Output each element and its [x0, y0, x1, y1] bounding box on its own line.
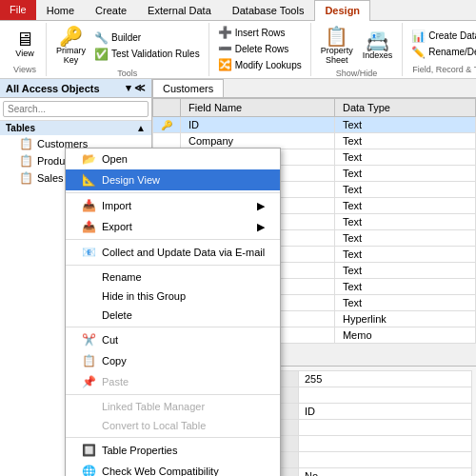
data-type-cell[interactable]: Hyperlink [334, 311, 475, 327]
prop-value[interactable]: No [298, 468, 471, 477]
ctx-linked-table: Linked Table Manager [66, 397, 280, 416]
prop-value[interactable] [298, 387, 471, 404]
copy-icon: 📋 [81, 354, 96, 367]
showhide-group-label: Show/Hide [336, 67, 378, 78]
ctx-delete[interactable]: Delete [66, 306, 280, 325]
ctx-collect-email[interactable]: 📧 Collect and Update Data via E-mail [66, 242, 280, 263]
design-view-icon: 📐 [81, 173, 96, 187]
export-icon: 📤 [81, 220, 96, 233]
delete-rows-button[interactable]: ➖ Delete Rows [215, 41, 305, 56]
ctx-table-properties-label: Table Properties [102, 445, 178, 456]
field-name-cell[interactable]: Company [181, 133, 335, 149]
view-button[interactable]: 🖥 View [10, 28, 40, 60]
tab-database-tools[interactable]: Database Tools [222, 0, 315, 20]
ctx-open[interactable]: 📂 Open [66, 149, 280, 169]
ctx-open-label: Open [102, 153, 128, 165]
prop-value[interactable] [298, 436, 471, 452]
ctx-delete-label: Delete [102, 309, 132, 321]
ctx-rename[interactable]: Rename [66, 268, 280, 287]
prop-value[interactable] [298, 452, 471, 468]
primary-key-icon: 🔑 [59, 27, 83, 46]
customers-tab-label: Customers [163, 83, 213, 94]
data-type-cell[interactable]: Text [334, 149, 475, 166]
builder-label: Builder [111, 32, 141, 43]
data-type-cell[interactable]: Text [334, 182, 475, 198]
views-group-label: Views [13, 63, 36, 74]
tab-file[interactable]: File [0, 0, 36, 20]
field-name-cell[interactable]: ID [181, 117, 335, 133]
ribbon: File Home Create External Data Database … [0, 0, 476, 79]
ctx-check-web[interactable]: 🌐 Check Web Compatibility [66, 461, 280, 476]
ctx-paste-label: Paste [102, 376, 129, 387]
table-row[interactable]: 🔑 ID Text [153, 117, 476, 133]
prop-value[interactable] [298, 420, 471, 436]
export-arrow-icon: ▶ [257, 221, 265, 233]
rename-delete-macro-icon: ✏️ [411, 46, 426, 59]
insert-rows-button[interactable]: ➕ Insert Rows [215, 25, 305, 40]
data-type-cell[interactable]: Text [334, 295, 475, 311]
data-type-cell[interactable]: Text [334, 247, 475, 263]
col-data-type: Data Type [334, 99, 475, 117]
ctx-cut[interactable]: ✂️ Cut [66, 329, 280, 350]
ribbon-content: 🖥 View Views 🔑 PrimaryKey 🔧 Builder [0, 21, 476, 78]
tab-create[interactable]: Create [85, 0, 137, 20]
indexes-label: Indexes [363, 50, 393, 60]
prop-value[interactable]: ID [298, 404, 471, 420]
ctx-export[interactable]: 📤 Export ▶ [66, 216, 280, 237]
test-validation-button[interactable]: ✅ Test Validation Rules [91, 47, 203, 62]
prop-value[interactable]: 255 [298, 371, 471, 387]
tab-home[interactable]: Home [36, 0, 85, 20]
ctx-copy[interactable]: 📋 Copy [66, 350, 280, 371]
indexes-button[interactable]: 📇 Indexes [359, 30, 397, 62]
ctx-import[interactable]: 📥 Import ▶ [66, 195, 280, 216]
col-key [153, 99, 181, 117]
data-type-cell[interactable]: Text [334, 198, 475, 214]
tables-collapse-icon[interactable]: ▲ [136, 123, 146, 133]
insert-rows-icon: ➕ [218, 26, 232, 39]
data-type-cell[interactable]: Text [334, 214, 475, 230]
nav-title: All Access Objects [6, 83, 100, 94]
ctx-copy-label: Copy [102, 355, 127, 367]
view-icon: 🖥 [15, 30, 34, 49]
macros-group-label: Field, Record & Table Events [412, 63, 476, 74]
modify-lookups-label: Modify Lookups [235, 60, 302, 70]
ctx-design-view[interactable]: 📐 Design View [66, 169, 280, 190]
test-validation-label: Test Validation Rules [111, 49, 200, 59]
rename-delete-macro-button[interactable]: ✏️ Rename/Delete Macro [408, 45, 476, 60]
ribbon-group-showhide: 📋 PropertySheet 📇 Indexes Show/Hide [311, 23, 404, 76]
create-data-macros-button[interactable]: 📊 Create Data Macros ▾ [408, 29, 476, 44]
primary-key-button[interactable]: 🔑 PrimaryKey [52, 25, 89, 67]
ctx-separator-1 [66, 192, 280, 193]
ctx-hide-group[interactable]: Hide in this Group [66, 287, 280, 306]
sales-table-icon: 📋 [19, 171, 33, 185]
data-type-cell[interactable]: Text [334, 133, 475, 149]
data-type-cell[interactable]: Text [334, 263, 475, 279]
data-type-cell[interactable]: Text [334, 230, 475, 247]
ctx-linked-table-label: Linked Table Manager [102, 401, 205, 412]
modify-lookups-button[interactable]: 🔀 Modify Lookups [215, 57, 305, 72]
builder-button[interactable]: 🔧 Builder [91, 30, 203, 46]
data-type-cell[interactable]: Text [334, 166, 475, 182]
open-icon: 📂 [81, 152, 96, 166]
ctx-cut-label: Cut [102, 334, 118, 346]
builder-icon: 🔧 [94, 31, 109, 45]
data-type-cell[interactable]: Memo [334, 327, 475, 344]
table-row[interactable]: Company Text [153, 133, 476, 149]
tab-bar: Customers [152, 79, 476, 98]
tab-design[interactable]: Design [314, 0, 370, 21]
data-type-cell[interactable]: Text [334, 117, 475, 133]
nav-controls[interactable]: ▾ ≪ [126, 82, 146, 94]
property-sheet-button[interactable]: 📋 PropertySheet [317, 25, 357, 67]
indexes-icon: 📇 [366, 31, 389, 50]
cut-icon: ✂️ [81, 333, 96, 347]
ribbon-group-views: 🖥 View Views [4, 23, 47, 76]
tab-external-data[interactable]: External Data [137, 0, 222, 20]
ctx-hide-group-label: Hide in this Group [102, 290, 186, 302]
data-type-cell[interactable]: Text [334, 279, 475, 295]
delete-rows-label: Delete Rows [235, 44, 289, 54]
import-arrow-icon: ▶ [257, 200, 265, 212]
ctx-table-properties[interactable]: 🔲 Table Properties [66, 440, 280, 461]
nav-search [0, 98, 151, 121]
search-input[interactable] [3, 101, 149, 117]
customers-tab[interactable]: Customers [152, 79, 224, 97]
